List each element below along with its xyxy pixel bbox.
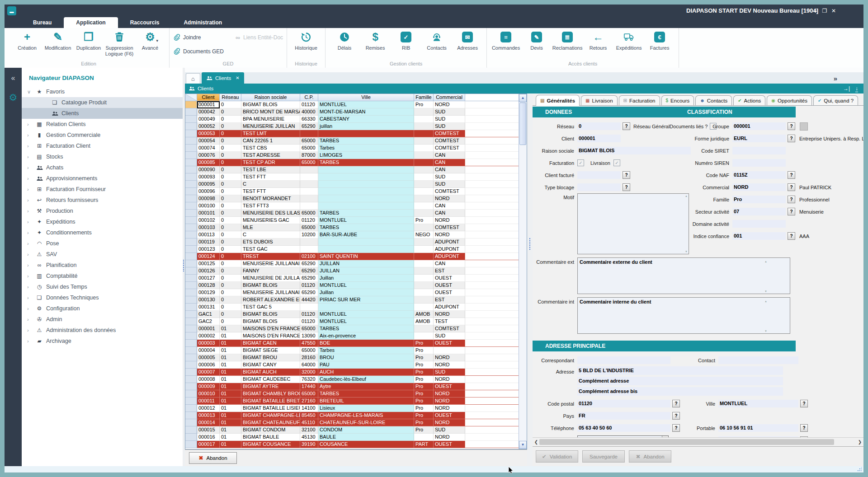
column-header-ville[interactable]: Ville bbox=[318, 94, 414, 101]
cell-ville[interactable]: Juillan bbox=[318, 289, 414, 296]
close-button[interactable]: ✕ bbox=[830, 7, 837, 15]
cell-client[interactable]: 000090 bbox=[197, 166, 220, 173]
cell-cp[interactable]: 66330 bbox=[300, 116, 318, 123]
cell-raison-sociale[interactable]: BIGMAT CHAMPAGNE-LE bbox=[241, 412, 300, 419]
sauvegarde-button[interactable]: Sauvegarde bbox=[582, 450, 625, 463]
motif-textarea[interactable]: ▲ ▼ bbox=[577, 193, 689, 254]
cell-commercial[interactable]: ADUPONT bbox=[434, 238, 465, 246]
cell-ville[interactable] bbox=[318, 195, 414, 202]
ribbon-button-commandes[interactable]: ≡ Commandes bbox=[491, 30, 521, 51]
scroll-up-icon[interactable]: ▲ bbox=[519, 94, 527, 102]
abandon-button[interactable]: ✖ Abandon bbox=[189, 452, 237, 464]
cell-reseau[interactable]: 0 bbox=[220, 296, 241, 304]
cell-famille[interactable]: Pro bbox=[414, 340, 434, 347]
cell-cp[interactable]: 47550 bbox=[300, 340, 318, 347]
table-row-000013-01[interactable]: 00001301BIGMAT CHAMPAGNE-LE85450CHAMPAGN… bbox=[185, 412, 519, 419]
complement-adresse-bis-field[interactable]: Complément adresse bis bbox=[577, 387, 783, 396]
cell-reseau[interactable]: 0 bbox=[220, 224, 241, 231]
dock-down-icon[interactable]: ↓ bbox=[855, 85, 858, 92]
cell-commercial[interactable]: NORD bbox=[434, 354, 465, 361]
cell-ville[interactable]: MONTLUEL bbox=[318, 101, 414, 108]
column-header-cp[interactable]: C.P. bbox=[300, 94, 318, 101]
cell-raison-sociale[interactable]: MENUISERIE JUILLANAIS bbox=[241, 289, 300, 296]
cell-famille[interactable]: Pro bbox=[414, 361, 434, 369]
cell-raison-sociale[interactable]: BRICO MONT DE MARSA bbox=[241, 108, 300, 116]
cell-commercial[interactable]: NORD bbox=[434, 217, 465, 224]
cell-raison-sociale[interactable]: BPA MENUISERIE bbox=[241, 116, 300, 123]
cell-raison-sociale[interactable]: TEST CP ADR bbox=[241, 159, 300, 166]
cell-commercial[interactable]: CAN bbox=[434, 260, 465, 267]
row-selector[interactable] bbox=[185, 145, 197, 152]
ribbon-button-rib[interactable]: ✓ RIB bbox=[391, 30, 421, 51]
cell-cp[interactable] bbox=[300, 166, 318, 173]
cell-commercial[interactable]: CAN bbox=[434, 202, 465, 210]
row-selector[interactable] bbox=[185, 383, 197, 390]
cell-cp[interactable]: 45110 bbox=[300, 419, 318, 426]
groupe-color-box[interactable] bbox=[800, 122, 808, 131]
telephone-field[interactable]: 05 63 40 50 60 bbox=[577, 424, 670, 432]
cell-famille[interactable]: Pro bbox=[414, 426, 434, 434]
cell-reseau[interactable]: 01 bbox=[220, 405, 241, 412]
scroll-left-icon[interactable]: ❮ bbox=[533, 440, 540, 444]
cell-raison-sociale[interactable]: TREST bbox=[241, 253, 300, 260]
type-blocage-field[interactable] bbox=[577, 183, 621, 191]
chevron-icon[interactable]: › bbox=[27, 208, 35, 214]
tab-contacts[interactable]: ☻ Contacts bbox=[695, 95, 732, 105]
cell-client[interactable]: 000123 bbox=[197, 246, 220, 253]
cell-cp[interactable]: 01120 bbox=[300, 311, 318, 318]
tab-encours[interactable]: $ Encours bbox=[661, 95, 694, 105]
table-row-000076-0[interactable]: 0000760TEST ADRESSE87000LIMOGESCAN bbox=[185, 152, 519, 159]
cell-ville[interactable]: TARBES bbox=[318, 210, 414, 217]
cell-commercial[interactable]: OUEST bbox=[434, 383, 465, 390]
cell-ville[interactable]: Tarbes bbox=[318, 145, 414, 152]
ribbon-button-liens-entite-doc[interactable]: ∞ Liens Entité-Doc bbox=[236, 34, 283, 41]
row-selector[interactable] bbox=[185, 390, 197, 398]
ville-lookup-button[interactable]: ? bbox=[800, 400, 808, 407]
cell-client[interactable]: 000004 bbox=[197, 347, 220, 354]
table-row-GAC2-0[interactable]: GAC20BIGMAT BLOIS01120MONTLUELAMOBTEST bbox=[185, 318, 519, 325]
row-selector[interactable] bbox=[185, 188, 197, 195]
cell-raison-sociale[interactable]: MENUISERIE JUILLAN bbox=[241, 123, 300, 130]
cell-cp[interactable]: 65290 bbox=[300, 275, 318, 282]
row-selector[interactable] bbox=[185, 253, 197, 260]
cell-famille[interactable] bbox=[414, 253, 434, 260]
cell-raison-sociale[interactable]: MENUISERIE DE JUILLAN bbox=[241, 275, 300, 282]
cell-famille[interactable]: Pro bbox=[414, 354, 434, 361]
row-selector[interactable] bbox=[185, 405, 197, 412]
cell-ville[interactable]: SAINT QUENTIN bbox=[318, 253, 414, 260]
cell-reseau[interactable]: 0 bbox=[220, 217, 241, 224]
cell-reseau[interactable]: 01 bbox=[220, 325, 241, 332]
cell-ville[interactable]: Lisieux bbox=[318, 405, 414, 412]
row-selector[interactable] bbox=[185, 210, 197, 217]
minimize-button[interactable]: – bbox=[812, 7, 819, 15]
cell-commercial[interactable]: COMTEST bbox=[434, 137, 465, 145]
table-row-000049-0[interactable]: 0000490BPA MENUISERIE66330CABESTANYSUD bbox=[185, 116, 519, 123]
cell-raison-sociale[interactable]: BIGMAT CANY bbox=[241, 361, 300, 369]
cell-famille[interactable] bbox=[414, 267, 434, 275]
cell-client[interactable]: 000014 bbox=[197, 419, 220, 426]
row-selector[interactable] bbox=[185, 173, 197, 181]
ribbon-button-delais[interactable]: Délais bbox=[330, 30, 359, 51]
cell-commercial[interactable]: OUEST bbox=[434, 275, 465, 282]
sidebar-item-clients[interactable]: Clients bbox=[22, 108, 183, 119]
cell-ville[interactable] bbox=[318, 181, 414, 188]
cell-ville[interactable]: Caudebec-lès-Elbeuf bbox=[318, 376, 414, 383]
table-row-000009-01[interactable]: 00000901BIGMAT AYTRE17440AytreProOUEST bbox=[185, 383, 519, 390]
cell-commercial[interactable]: SUD bbox=[434, 181, 465, 188]
forme-juridique-field[interactable]: EURL bbox=[732, 135, 786, 142]
cell-client[interactable]: 000001 bbox=[197, 325, 220, 332]
chevron-icon[interactable]: › bbox=[27, 327, 35, 333]
scroll-thumb[interactable] bbox=[519, 103, 526, 145]
cell-commercial[interactable]: OUEST bbox=[434, 282, 465, 289]
cell-reseau[interactable]: 01 bbox=[220, 412, 241, 419]
tab-generalites[interactable]: ▤ Généralités bbox=[536, 95, 580, 106]
cell-reseau[interactable]: 01 bbox=[220, 426, 241, 434]
ribbon-button-reclamations[interactable]: ≣ Reclamations bbox=[552, 30, 582, 51]
table-row-000098-0[interactable]: 0000980BENOIT MORANDETNORD bbox=[185, 195, 519, 202]
cell-famille[interactable] bbox=[414, 304, 434, 311]
cell-raison-sociale[interactable]: C bbox=[241, 231, 300, 238]
chevron-icon[interactable]: › bbox=[27, 273, 35, 279]
cell-ville[interactable]: JUILLAN bbox=[318, 260, 414, 267]
cell-reseau[interactable]: 0 bbox=[220, 145, 241, 152]
cell-commercial[interactable]: NORD bbox=[434, 398, 465, 405]
